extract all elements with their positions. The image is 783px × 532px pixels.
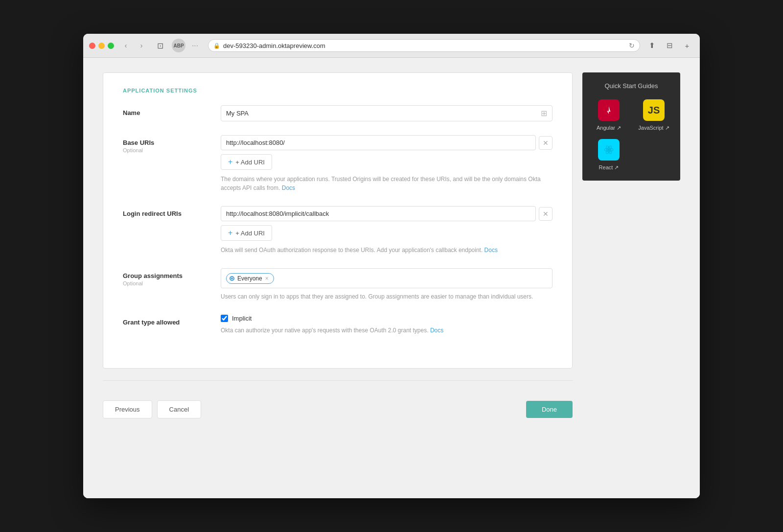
plus-icon: +	[228, 158, 232, 166]
svg-point-3	[608, 149, 610, 151]
implicit-checkbox-row: Implicit	[221, 315, 553, 322]
extensions: ABP ···	[172, 39, 203, 52]
group-assignments-label: Group assignments	[123, 272, 221, 279]
nav-buttons: ‹ ›	[119, 39, 148, 52]
group-assignments-label-col: Group assignments Optional	[123, 268, 221, 286]
implicit-label: Implicit	[232, 315, 252, 322]
reload-button[interactable]: ↻	[629, 42, 635, 49]
login-redirect-clear-button[interactable]: ✕	[539, 207, 553, 221]
base-uris-row: Base URIs Optional ✕ + + Add URI	[123, 135, 553, 192]
name-label: Name	[123, 109, 221, 116]
grant-type-field-col: Implicit Okta can authorize your native …	[221, 315, 553, 335]
forward-button[interactable]: ›	[135, 39, 148, 52]
group-assignments-field-col: Everyone × Users can only sign in to app…	[221, 268, 553, 301]
close-button[interactable]	[89, 43, 95, 49]
svg-rect-2	[607, 111, 611, 112]
base-uris-field-col: ✕ + + Add URI The domains where your app…	[221, 135, 553, 192]
footer-actions: Previous Cancel Done	[103, 393, 573, 418]
angular-icon	[598, 99, 620, 121]
browser-window: ‹ › ⊡ ABP ··· 🔒 ↻ ⬆ ⊟ + APPLICATION SETT…	[83, 34, 700, 498]
group-tag-dot	[230, 276, 234, 281]
more-extensions-button[interactable]: ···	[187, 40, 203, 51]
browser-actions: ⬆ ⊟ +	[645, 39, 694, 52]
login-redirect-input[interactable]	[221, 206, 536, 221]
footer-left-buttons: Previous Cancel	[103, 400, 201, 418]
group-assignments-sublabel: Optional	[123, 280, 221, 286]
back-button[interactable]: ‹	[119, 39, 133, 52]
login-redirect-input-row: ✕	[221, 206, 553, 221]
browser-content: APPLICATION SETTINGS Name ⊞	[83, 58, 700, 498]
base-uri-add-button[interactable]: + + Add URI	[221, 154, 272, 170]
group-assignments-row: Group assignments Optional Everyone × Us…	[123, 268, 553, 301]
name-input-wrapper: ⊞	[221, 105, 553, 121]
login-redirect-docs-link[interactable]: Docs	[484, 247, 498, 254]
browser-chrome: ‹ › ⊡ ABP ··· 🔒 ↻ ⬆ ⊟ +	[83, 34, 700, 58]
quick-start-grid: Angular ↗ JS JavaScript ↗	[590, 99, 672, 171]
adblock-extension[interactable]: ABP	[172, 39, 185, 52]
login-redirect-row: Login redirect URIs ✕ + + Add URI Okta w…	[123, 206, 553, 254]
group-tag-remove-button[interactable]: ×	[265, 276, 269, 281]
quick-start-title: Quick Start Guides	[590, 82, 672, 90]
traffic-lights	[89, 43, 114, 49]
grant-docs-link[interactable]: Docs	[430, 327, 443, 334]
base-uris-sublabel: Optional	[123, 147, 221, 153]
name-label-col: Name	[123, 105, 221, 116]
quick-start-angular[interactable]: Angular ↗	[590, 99, 627, 131]
group-assignments-box[interactable]: Everyone ×	[221, 268, 553, 288]
minimize-button[interactable]	[98, 43, 105, 49]
address-bar-container: 🔒 ↻	[208, 39, 640, 52]
grant-type-row: Grant type allowed Implicit Okta can aut…	[123, 315, 553, 335]
sidebar-toggle-button[interactable]: ⊡	[153, 39, 167, 52]
login-redirect-label: Login redirect URIs	[123, 210, 221, 217]
group-tag-label: Everyone	[237, 275, 262, 282]
quick-start-panel: Quick Start Guides Angular ↗ JS	[582, 72, 680, 181]
javascript-icon: JS	[643, 99, 665, 121]
javascript-label: JavaScript ↗	[638, 125, 669, 131]
login-redirect-help: Okta will send OAuth authorization respo…	[221, 246, 553, 254]
react-label: React ↗	[599, 164, 619, 171]
react-icon	[598, 139, 620, 161]
base-uri-help: The domains where your application runs.…	[221, 175, 553, 192]
base-uri-input-row: ✕	[221, 135, 553, 150]
name-input[interactable]	[226, 110, 537, 117]
grid-icon: ⊞	[541, 109, 547, 118]
new-tab-button[interactable]: +	[680, 39, 694, 52]
quick-start-javascript[interactable]: JS JavaScript ↗	[635, 99, 672, 131]
login-redirect-add-button[interactable]: + + Add URI	[221, 225, 272, 241]
share-button[interactable]: ⬆	[645, 39, 659, 52]
base-uris-label: Base URIs	[123, 139, 221, 146]
form-card: APPLICATION SETTINGS Name ⊞	[103, 72, 573, 369]
login-redirect-add-label: + Add URI	[235, 230, 265, 237]
base-uri-clear-button[interactable]: ✕	[539, 136, 553, 150]
maximize-button[interactable]	[108, 43, 114, 49]
base-uris-label-col: Base URIs Optional	[123, 135, 221, 153]
group-tag-everyone: Everyone ×	[226, 273, 274, 284]
angular-label: Angular ↗	[597, 125, 621, 131]
quick-start-react[interactable]: React ↗	[590, 139, 627, 171]
login-redirect-field-col: ✕ + + Add URI Okta will send OAuth autho…	[221, 206, 553, 254]
plus-icon-2: +	[228, 229, 232, 237]
tab-overview-button[interactable]: ⊟	[663, 39, 676, 52]
base-uri-docs-link[interactable]: Docs	[282, 185, 295, 191]
group-help: Users can only sign in to apps that they…	[221, 292, 553, 301]
address-bar[interactable]	[223, 42, 626, 49]
footer-divider	[103, 380, 573, 381]
done-button[interactable]: Done	[526, 401, 573, 418]
section-title: APPLICATION SETTINGS	[123, 88, 553, 93]
grant-type-label-col: Grant type allowed	[123, 315, 221, 326]
name-row: Name ⊞	[123, 105, 553, 121]
base-uri-add-label: + Add URI	[235, 159, 265, 166]
implicit-checkbox[interactable]	[221, 315, 228, 322]
base-uri-input[interactable]	[221, 135, 536, 150]
previous-button[interactable]: Previous	[103, 400, 152, 418]
main-area: APPLICATION SETTINGS Name ⊞	[103, 72, 573, 418]
grant-type-label: Grant type allowed	[123, 319, 221, 326]
cancel-button[interactable]: Cancel	[157, 400, 201, 418]
login-redirect-label-col: Login redirect URIs	[123, 206, 221, 217]
name-field-col: ⊞	[221, 105, 553, 121]
grant-help: Okta can authorize your native app's req…	[221, 326, 553, 335]
lock-icon: 🔒	[213, 43, 220, 49]
